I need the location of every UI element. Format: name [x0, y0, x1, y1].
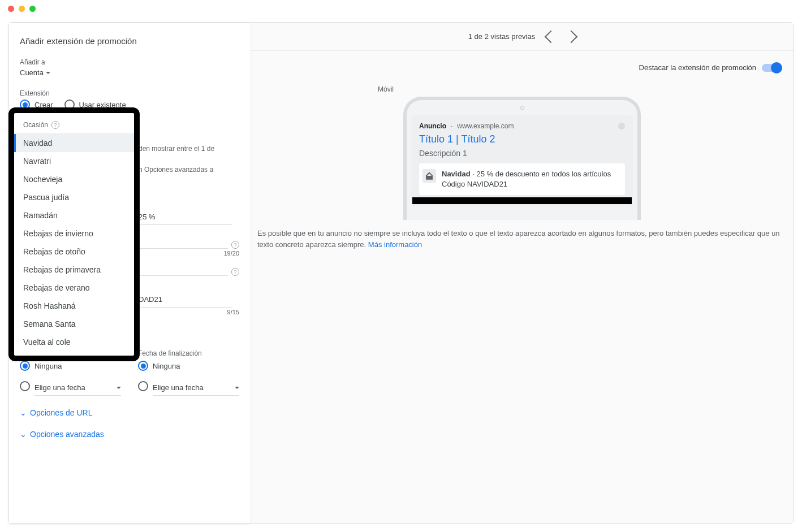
- pager-prev-icon[interactable]: [545, 30, 558, 43]
- end-date-pick[interactable]: Elige una fecha: [138, 377, 239, 396]
- occasion-option[interactable]: Semana Santa: [14, 315, 134, 333]
- ad-headline: Título 1 | Título 2: [419, 133, 625, 145]
- chevron-down-icon: ⌄: [20, 408, 27, 417]
- ad-display-url: www.example.com: [457, 122, 514, 130]
- add-to-value: Cuenta: [20, 68, 44, 77]
- end-date-none[interactable]: Ninguna: [138, 361, 239, 371]
- form-title: Añadir extensión de promoción: [20, 36, 239, 46]
- occasion-option[interactable]: Rebajas de primavera: [14, 261, 134, 279]
- window-zoom-dot[interactable]: [29, 6, 36, 12]
- occasion-option[interactable]: Navratri: [14, 152, 134, 170]
- preview-panel: 1 de 2 vistas previas Destacar la extens…: [251, 23, 794, 524]
- promo-code-input[interactable]: DAD21: [139, 292, 232, 308]
- help-icon[interactable]: ?: [231, 241, 239, 249]
- occasion-dropdown[interactable]: Ocasión ? Navidad Navratri Nochevieja Pa…: [8, 107, 140, 361]
- chevron-down-icon: ⌄: [20, 430, 27, 439]
- start-pick-label: Elige una fecha: [35, 383, 85, 392]
- radio-icon: [20, 381, 30, 391]
- occasion-option[interactable]: Nochevieja: [14, 170, 134, 188]
- url-options-label: Opciones de URL: [30, 408, 93, 417]
- main-content: Añadir extensión de promoción Añadir a C…: [8, 22, 794, 524]
- occasion-option[interactable]: Navidad: [14, 134, 134, 152]
- highlight-toggle-label: Destacar la extensión de promoción: [639, 63, 756, 72]
- more-info-link[interactable]: Más información: [368, 240, 422, 249]
- highlight-toggle-row: Destacar la extensión de promoción: [251, 51, 794, 72]
- hint-line-2: n Opciones avanzadas a: [139, 165, 239, 175]
- occasion-option[interactable]: Ramadán: [14, 206, 134, 224]
- start-none-label: Ninguna: [35, 362, 62, 370]
- promo-deal: 25 % de descuento en todos los artículos: [476, 170, 611, 178]
- app-window: Añadir extensión de promoción Añadir a C…: [0, 0, 802, 532]
- mobile-preview: Móvil Anuncio · www.example.com Título 1…: [251, 85, 794, 220]
- ad-preview-card: Anuncio · www.example.com Título 1 | Tít…: [411, 115, 633, 206]
- start-date-none[interactable]: Ninguna: [20, 361, 121, 371]
- promo-code-partial: DAD21: [139, 295, 162, 304]
- window-minimize-dot[interactable]: [19, 6, 25, 12]
- redacted-bar: [412, 197, 632, 204]
- help-icon[interactable]: ?: [51, 121, 59, 129]
- advanced-options-expand[interactable]: ⌄ Opciones avanzadas: [20, 430, 239, 439]
- promo-occasion: Navidad: [442, 170, 471, 178]
- caret-down-icon: [117, 387, 121, 389]
- phone-frame: Anuncio · www.example.com Título 1 | Tít…: [403, 97, 641, 220]
- radio-icon: [138, 381, 148, 391]
- ad-options-icon[interactable]: [618, 123, 625, 129]
- mac-titlebar: [0, 0, 802, 17]
- highlight-toggle[interactable]: [762, 64, 781, 72]
- url-options-expand[interactable]: ⌄ Opciones de URL: [20, 408, 239, 417]
- discount-value: 25 %: [139, 213, 156, 221]
- occasion-option[interactable]: Rebajas de verano: [14, 279, 134, 297]
- discount-value-field[interactable]: 25 %: [139, 209, 232, 225]
- device-label: Móvil: [378, 85, 394, 93]
- add-to-select[interactable]: Cuenta: [20, 68, 50, 77]
- end-none-label: Ninguna: [153, 362, 180, 370]
- dot-separator: ·: [451, 122, 452, 130]
- tag-icon: [422, 169, 436, 183]
- extension-label: Extensión: [20, 89, 239, 97]
- radio-icon: [138, 361, 148, 371]
- occasion-dropdown-header: Ocasión ?: [14, 116, 134, 134]
- radio-icon: [20, 361, 30, 371]
- occasion-option[interactable]: Vuelta al cole: [14, 333, 134, 351]
- add-to-label: Añadir a: [20, 58, 239, 66]
- preview-pager: 1 de 2 vistas previas: [251, 23, 794, 51]
- end-date-label: Fecha de finalización: [138, 349, 239, 357]
- occasion-option[interactable]: Rebajas de invierno: [14, 224, 134, 243]
- preview-disclaimer: Es posible que en tu anuncio no siempre …: [251, 220, 794, 258]
- advanced-options-label: Opciones avanzadas: [30, 430, 104, 439]
- end-date-col: Fecha de finalización Ninguna Elige una …: [138, 349, 239, 396]
- form-panel: Añadir extensión de promoción Añadir a C…: [8, 23, 251, 524]
- hint-line-1: den mostrar entre el 1 de: [139, 144, 239, 154]
- promotion-extension-preview: Navidad · 25 % de descuento en todos los…: [419, 163, 625, 195]
- ad-description: Descripción 1: [419, 149, 625, 158]
- help-icon[interactable]: ?: [231, 268, 239, 276]
- pager-text: 1 de 2 vistas previas: [468, 32, 536, 41]
- start-date-pick[interactable]: Elige una fecha: [20, 377, 121, 396]
- end-pick-label: Elige una fecha: [153, 383, 204, 392]
- ad-badge: Anuncio: [419, 122, 446, 130]
- occasion-option[interactable]: Pascua judía: [14, 188, 134, 206]
- window-close-dot[interactable]: [8, 6, 14, 12]
- phone-camera-icon: [520, 106, 524, 110]
- caret-down-icon: [235, 387, 239, 389]
- occasion-option[interactable]: Rebajas de otoño: [14, 243, 134, 261]
- occasion-option[interactable]: Rosh Hashaná: [14, 297, 134, 315]
- caret-down-icon: [46, 72, 50, 74]
- pager-next-icon[interactable]: [565, 30, 578, 43]
- promo-code: Código NAVIDAD21: [442, 180, 507, 188]
